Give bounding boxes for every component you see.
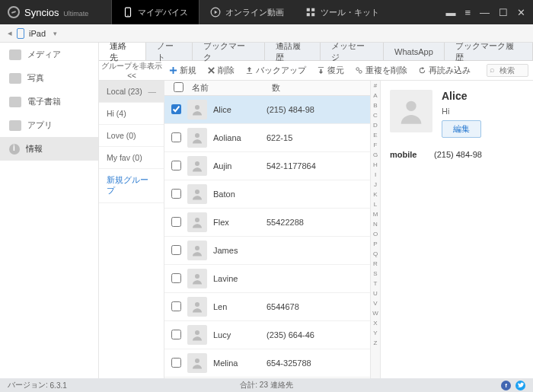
alpha-L[interactable]: L	[371, 201, 380, 211]
row-checkbox[interactable]	[171, 189, 181, 199]
subtab-whatsapp[interactable]: WhatsApp	[384, 43, 445, 60]
contact-row[interactable]: Len6544678	[164, 293, 370, 321]
alpha-R[interactable]: R	[371, 260, 380, 270]
contact-row[interactable]: James	[164, 237, 370, 265]
alpha-O[interactable]: O	[371, 231, 380, 241]
row-checkbox[interactable]	[171, 161, 181, 171]
alpha-A[interactable]: A	[371, 92, 380, 102]
alpha-T[interactable]: T	[371, 280, 380, 290]
reload-button[interactable]: 再読み込み	[413, 65, 475, 76]
alpha-W[interactable]: W	[371, 310, 380, 320]
group-local[interactable]: Local (23) —	[99, 81, 164, 103]
row-checkbox[interactable]	[171, 217, 181, 227]
sidebar-item-photos[interactable]: 写真	[0, 66, 98, 90]
alpha-K[interactable]: K	[371, 191, 380, 201]
alpha-J[interactable]: J	[371, 181, 380, 191]
alpha-C[interactable]: C	[371, 112, 380, 122]
tab-my-device[interactable]: マイデバイス	[111, 0, 199, 24]
syncios-icon	[8, 6, 20, 18]
ebooks-icon	[9, 97, 21, 107]
row-checkbox[interactable]	[171, 245, 181, 255]
status-bar: バージョン: 6.3.1 合計: 23 連絡先 f	[0, 378, 533, 392]
contact-name: Alice	[213, 105, 266, 114]
alpha-N[interactable]: N	[371, 221, 380, 231]
tb-label: 新規	[180, 65, 196, 76]
contact-row[interactable]: Melina654-325788	[164, 349, 370, 378]
contact-row[interactable]: Lavine	[164, 265, 370, 293]
hide-groups-toggle[interactable]: グループを非表示 <<	[99, 61, 164, 80]
dedupe-button[interactable]: 重複を削除	[350, 65, 412, 76]
subtab-notes[interactable]: ノート	[146, 43, 193, 60]
row-checkbox[interactable]	[171, 358, 181, 368]
alpha-E[interactable]: E	[371, 132, 380, 142]
alpha-B[interactable]: B	[371, 102, 380, 112]
alpha-U[interactable]: U	[371, 290, 380, 300]
contact-row[interactable]: Nowtzki	[164, 378, 370, 378]
contact-row[interactable]: Alice(215) 484-98	[164, 96, 370, 124]
delete-icon	[207, 66, 215, 75]
group-love[interactable]: Love (0)	[99, 125, 164, 147]
alpha-V[interactable]: V	[371, 300, 380, 310]
alpha-M[interactable]: M	[371, 211, 380, 221]
row-checkbox[interactable]	[171, 104, 181, 114]
alpha-G[interactable]: G	[371, 151, 380, 161]
contact-name: Lavine	[213, 274, 266, 283]
contact-row[interactable]: Aoliana622-15	[164, 124, 370, 152]
row-checkbox[interactable]	[171, 301, 181, 311]
backup-button[interactable]: バックアップ	[241, 65, 311, 76]
alpha-I[interactable]: I	[371, 171, 380, 181]
menu-icon[interactable]: ≡	[464, 7, 471, 18]
toolbar: グループを非表示 << 新規 削除 バックアップ 復元 重複を削除 再読み込み	[99, 61, 533, 81]
subtab-messages[interactable]: メッセージ	[321, 43, 385, 60]
alpha-S[interactable]: S	[371, 270, 380, 280]
alpha-Q[interactable]: Q	[371, 250, 380, 260]
search-box[interactable]	[487, 64, 528, 77]
alpha-F[interactable]: F	[371, 142, 380, 151]
subtab-bookmarks[interactable]: ブックマーク	[193, 43, 264, 60]
sidebar-item-ebooks[interactable]: 電子書籍	[0, 90, 98, 113]
message-icon[interactable]: ▬	[445, 7, 455, 18]
row-checkbox[interactable]	[171, 132, 181, 142]
alpha-Y[interactable]: Y	[371, 330, 380, 339]
select-all-checkbox[interactable]	[174, 82, 184, 92]
col-name[interactable]: 名前	[187, 82, 267, 94]
group-hi[interactable]: Hi (4)	[99, 103, 164, 125]
new-group-button[interactable]: 新規グループ	[99, 169, 164, 203]
alpha-#[interactable]: #	[371, 82, 380, 92]
sidebar-item-info[interactable]: 情報	[0, 137, 98, 161]
device-bar[interactable]: ◂ iPad ▾	[0, 24, 533, 43]
new-button[interactable]: 新規	[164, 65, 201, 76]
chevron-down-icon[interactable]: ▾	[53, 30, 57, 37]
twitter-icon[interactable]	[515, 381, 525, 390]
col-number[interactable]: 数	[267, 82, 370, 94]
contact-row[interactable]: Lucy(235) 664-46	[164, 321, 370, 349]
delete-button[interactable]: 削除	[203, 65, 239, 76]
close-button[interactable]: ✕	[517, 7, 525, 18]
alpha-D[interactable]: D	[371, 122, 380, 132]
subtab-bookmark-history[interactable]: ブックマーク履歴	[445, 43, 533, 60]
search-input[interactable]	[487, 64, 528, 77]
group-myfav[interactable]: My fav (0)	[99, 147, 164, 169]
restore-button[interactable]: 復元	[312, 65, 349, 76]
sidebar-item-apps[interactable]: アプリ	[0, 113, 98, 137]
edit-button[interactable]: 編集	[442, 120, 481, 138]
alpha-Z[interactable]: Z	[371, 339, 380, 349]
maximize-button[interactable]: ☐	[499, 7, 508, 18]
alpha-H[interactable]: H	[371, 161, 380, 171]
row-checkbox[interactable]	[171, 273, 181, 283]
subtab-call-history[interactable]: 通話履歴	[265, 43, 321, 60]
sidebar-item-media[interactable]: メディア	[0, 43, 98, 66]
tab-online-video[interactable]: オンライン動画	[199, 0, 295, 24]
contact-row[interactable]: Aujin542-1177864	[164, 152, 370, 180]
facebook-icon[interactable]: f	[501, 381, 511, 390]
minimize-button[interactable]: —	[480, 7, 490, 18]
row-checkbox[interactable]	[171, 330, 181, 339]
contact-row[interactable]: Flex55422288	[164, 209, 370, 237]
contact-row[interactable]: Baton	[164, 180, 370, 209]
svg-point-11	[195, 161, 199, 166]
subtab-contacts[interactable]: 連絡先	[99, 43, 146, 60]
alpha-P[interactable]: P	[371, 241, 380, 250]
alpha-index[interactable]: #ABCDEFGHIJKLMNOPQRSTUVWXYZ	[370, 81, 381, 378]
alpha-X[interactable]: X	[371, 320, 380, 330]
tab-toolkit[interactable]: ツール・キット	[295, 0, 390, 24]
